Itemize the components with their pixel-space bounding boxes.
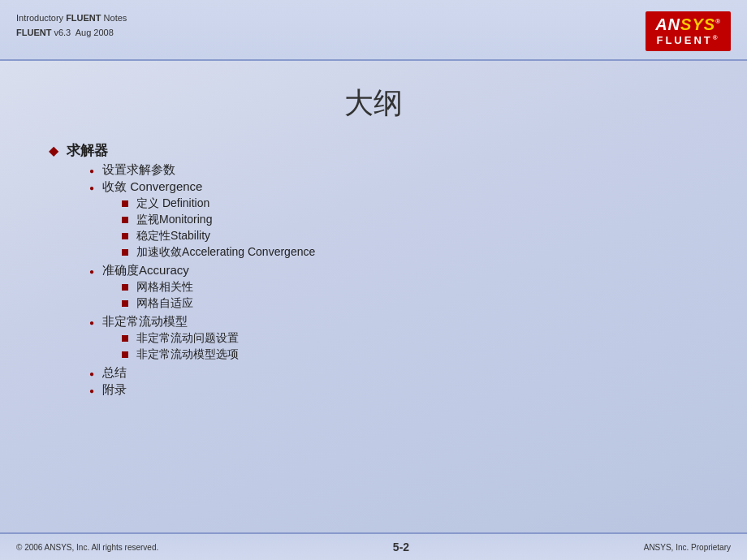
square-bullet-icon	[122, 300, 128, 307]
circle-bullet-icon: ●	[89, 369, 94, 378]
level3-label: 网格自适应	[136, 296, 193, 311]
diamond-bullet-icon: ◆	[49, 143, 58, 158]
level2-label: 准确度Accuracy	[102, 263, 189, 277]
level3-label: 非定常流动问题设置	[136, 331, 239, 346]
ansys-logo: ANSYS® FLUENT®	[646, 11, 731, 51]
list-item: ● 准确度Accuracy 网格相关性	[89, 263, 315, 312]
level2-label: 非定常流动模型	[102, 314, 188, 328]
level2-label: 总结	[102, 365, 127, 381]
level3-label: 网格相关性	[136, 280, 193, 295]
ansys-wordmark: ANSYS®	[655, 16, 721, 32]
level3-label: 定义 Definition	[136, 196, 209, 211]
list-item-level1: ◆ 求解器 ● 设置求解参数 ● 收敛 Convergen	[49, 141, 698, 400]
logo-an: AN	[655, 15, 680, 33]
level3-list: 非定常流动问题设置 非定常流动模型选项	[122, 331, 239, 362]
list-item: ● 收敛 Convergence 定义 Definition	[89, 179, 315, 261]
list-item: 定义 Definition	[122, 196, 315, 211]
header-line1: Introductory FLUENT Notes	[16, 11, 127, 26]
square-bullet-icon	[122, 233, 128, 239]
list-item: 监视Monitoring	[122, 213, 315, 227]
list-item: ● 非定常流动模型 非定常流动问题设置	[89, 314, 315, 364]
level2-content: 收敛 Convergence 定义 Definition 监视Monitorin…	[102, 179, 315, 261]
list-item: ● 设置求解参数	[89, 162, 315, 178]
main-content: 大纲 ◆ 求解器 ● 设置求解参数 ●	[0, 61, 747, 532]
slide-title: 大纲	[49, 84, 698, 123]
level2-label: 收敛 Convergence	[102, 179, 202, 193]
level2-label: 设置求解参数	[102, 162, 175, 178]
square-bullet-icon	[122, 217, 128, 223]
footer-copyright: © 2006 ANSYS, Inc. All rights reserved.	[16, 543, 158, 552]
list-item: 稳定性Stability	[122, 229, 315, 243]
level3-label: 监视Monitoring	[136, 213, 212, 227]
level3-label: 非定常流动模型选项	[136, 347, 239, 362]
level3-label: 稳定性Stability	[136, 229, 210, 243]
list-item: 非定常流动问题设置	[122, 331, 239, 346]
slide: Introductory FLUENT Notes FLUENT v6.3 Au…	[0, 0, 747, 560]
footer-page-number: 5-2	[393, 541, 409, 554]
circle-bullet-icon: ●	[89, 318, 94, 327]
list-item: 网格相关性	[122, 280, 193, 295]
level3-list: 定义 Definition 监视Monitoring 稳定性Stability	[122, 196, 315, 260]
level1-content: 求解器 ● 设置求解参数 ● 收敛 Convergence	[67, 141, 315, 400]
header-line2: FLUENT v6.3 Aug 2008	[16, 26, 127, 41]
list-item: ● 总结	[89, 365, 315, 381]
square-bullet-icon	[122, 335, 128, 342]
list-item: 网格自适应	[122, 296, 193, 311]
level2-content: 非定常流动模型 非定常流动问题设置 非定常流动模型选项	[102, 314, 239, 364]
circle-bullet-icon: ●	[89, 267, 94, 276]
logo-sys: SYS	[680, 15, 715, 33]
circle-bullet-icon: ●	[89, 386, 94, 395]
level2-content: 准确度Accuracy 网格相关性 网格自适应	[102, 263, 193, 312]
square-bullet-icon	[122, 200, 128, 207]
list-item: ● 附录	[89, 382, 315, 398]
list-item: 非定常流动模型选项	[122, 347, 239, 362]
square-bullet-icon	[122, 284, 128, 291]
level2-label: 附录	[102, 382, 127, 398]
footer-proprietary: ANSYS, Inc. Proprietary	[644, 543, 731, 552]
fluent-reg: ®	[713, 34, 720, 41]
fluent-wordmark: FLUENT®	[656, 34, 719, 46]
circle-bullet-icon: ●	[89, 183, 94, 192]
level1-label: 求解器	[67, 143, 108, 158]
header-text: Introductory FLUENT Notes FLUENT v6.3 Au…	[16, 11, 127, 40]
header: Introductory FLUENT Notes FLUENT v6.3 Au…	[0, 0, 747, 61]
footer: © 2006 ANSYS, Inc. All rights reserved. …	[0, 532, 747, 560]
circle-bullet-icon: ●	[89, 166, 94, 175]
outline-list: ◆ 求解器 ● 设置求解参数 ● 收敛 Convergen	[49, 141, 698, 403]
logo-reg: ®	[715, 18, 721, 25]
list-item: 加速收敛Accelerating Convergence	[122, 245, 315, 260]
square-bullet-icon	[122, 249, 128, 256]
square-bullet-icon	[122, 351, 128, 358]
level3-list: 网格相关性 网格自适应	[122, 280, 193, 311]
level3-label: 加速收敛Accelerating Convergence	[136, 245, 315, 260]
level2-list: ● 设置求解参数 ● 收敛 Convergence	[89, 162, 315, 398]
